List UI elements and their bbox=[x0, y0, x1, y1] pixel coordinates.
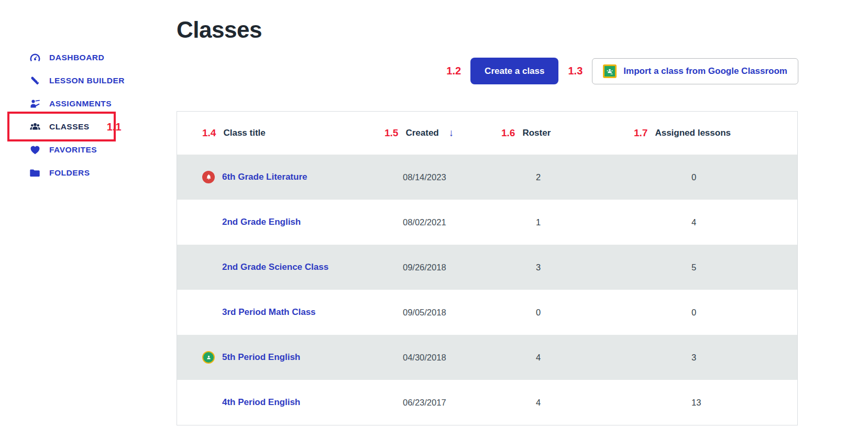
roster-count: 2 bbox=[501, 172, 634, 182]
annotation-1-2: 1.2 bbox=[446, 65, 461, 77]
classes-group-icon bbox=[29, 121, 41, 133]
sidebar-item-label: CLASSES bbox=[49, 122, 90, 132]
table-row: 2nd Grade English 08/02/2021 1 4 bbox=[177, 200, 797, 245]
assignments-person-icon bbox=[29, 97, 41, 110]
class-link[interactable]: 6th Grade Literature bbox=[222, 172, 384, 182]
created-date: 08/02/2021 bbox=[384, 217, 501, 227]
sidebar-item-label: ASSIGNMENTS bbox=[49, 99, 112, 108]
annotation-1-7: 1.7 bbox=[634, 127, 647, 139]
assigned-lessons-count: 13 bbox=[634, 398, 797, 408]
google-classroom-icon bbox=[603, 64, 617, 78]
sort-descending-icon[interactable]: ↓ bbox=[449, 127, 454, 139]
actions-row: 1.2 Create a class 1.3 Import a class fr… bbox=[177, 58, 798, 84]
annotation-1-3: 1.3 bbox=[568, 65, 583, 77]
created-date: 09/26/2018 bbox=[384, 263, 501, 272]
created-date: 08/14/2023 bbox=[384, 172, 501, 182]
annotation-1-1: 1.1 bbox=[107, 121, 122, 133]
sidebar-item-dashboard[interactable]: DASHBOARD bbox=[29, 50, 165, 65]
class-link[interactable]: 4th Period English bbox=[222, 397, 384, 408]
created-date: 09/05/2018 bbox=[384, 308, 501, 318]
table-row: 6th Grade Literature 08/14/2023 2 0 bbox=[177, 155, 797, 200]
sidebar-item-label: FOLDERS bbox=[49, 168, 90, 178]
class-link[interactable]: 2nd Grade English bbox=[222, 217, 384, 227]
annotation-1-6: 1.6 bbox=[501, 127, 515, 139]
created-date: 04/30/2018 bbox=[384, 353, 501, 363]
roster-count: 4 bbox=[501, 353, 634, 363]
table-header-row: 1.4 Class title 1.5 Created ↓ 1.6 Roster… bbox=[177, 112, 797, 155]
column-label: Created bbox=[405, 128, 438, 138]
assigned-lessons-count: 5 bbox=[634, 263, 797, 272]
notification-bell-icon bbox=[202, 171, 215, 183]
table-row: 5th Period English 04/30/2018 4 3 bbox=[177, 335, 797, 380]
column-header-assigned-lessons[interactable]: 1.7 Assigned lessons bbox=[634, 127, 797, 139]
sidebar-item-folders[interactable]: FOLDERS bbox=[29, 166, 165, 180]
folder-icon bbox=[29, 167, 41, 179]
assigned-lessons-count: 4 bbox=[634, 217, 797, 227]
table-row: 3rd Period Math Class 09/05/2018 0 0 bbox=[177, 290, 797, 335]
heart-icon bbox=[29, 144, 41, 156]
class-link[interactable]: 5th Period English bbox=[222, 352, 384, 363]
import-google-classroom-button[interactable]: Import a class from Google Classroom bbox=[592, 58, 798, 84]
import-button-label: Import a class from Google Classroom bbox=[623, 66, 787, 77]
roster-count: 1 bbox=[501, 217, 634, 227]
sidebar-item-classes[interactable]: CLASSES 1.1 bbox=[29, 119, 165, 134]
class-link[interactable]: 2nd Grade Science Class bbox=[222, 262, 384, 272]
lesson-builder-ruler-pencil-icon bbox=[29, 74, 41, 87]
annotation-1-5: 1.5 bbox=[384, 127, 398, 139]
google-classroom-icon bbox=[202, 351, 215, 364]
create-class-button[interactable]: Create a class bbox=[470, 58, 558, 84]
assigned-lessons-count: 0 bbox=[634, 308, 797, 318]
sidebar-item-label: DASHBOARD bbox=[49, 53, 104, 62]
column-label: Class title bbox=[223, 128, 265, 138]
column-label: Assigned lessons bbox=[655, 128, 731, 138]
sidebar-item-lesson-builder[interactable]: LESSON BUILDER bbox=[29, 73, 165, 88]
column-header-created[interactable]: 1.5 Created ↓ bbox=[384, 127, 501, 139]
roster-count: 0 bbox=[501, 308, 634, 318]
dashboard-gauge-icon bbox=[29, 51, 41, 64]
class-link[interactable]: 3rd Period Math Class bbox=[222, 307, 384, 318]
annotation-1-4: 1.4 bbox=[202, 127, 216, 139]
classes-table: 1.4 Class title 1.5 Created ↓ 1.6 Roster… bbox=[177, 111, 798, 425]
column-label: Roster bbox=[522, 128, 551, 138]
assigned-lessons-count: 0 bbox=[634, 172, 797, 182]
column-header-roster[interactable]: 1.6 Roster bbox=[501, 127, 634, 139]
sidebar-item-assignments[interactable]: ASSIGNMENTS bbox=[29, 96, 165, 111]
sidebar-item-label: FAVORITES bbox=[49, 145, 97, 155]
page-title: Classes bbox=[177, 17, 262, 43]
roster-count: 3 bbox=[501, 263, 634, 272]
roster-count: 4 bbox=[501, 398, 634, 408]
sidebar-item-favorites[interactable]: FAVORITES bbox=[29, 143, 165, 157]
sidebar-item-label: LESSON BUILDER bbox=[49, 76, 125, 85]
table-row: 4th Period English 06/23/2017 4 13 bbox=[177, 380, 797, 425]
column-header-class-title[interactable]: 1.4 Class title bbox=[177, 127, 384, 139]
created-date: 06/23/2017 bbox=[384, 398, 501, 408]
app-sidebar: DASHBOARD LESSON BUILDER ASSIGNMENTS CLA… bbox=[29, 50, 165, 189]
assigned-lessons-count: 3 bbox=[634, 353, 797, 363]
table-row: 2nd Grade Science Class 09/26/2018 3 5 bbox=[177, 245, 797, 290]
